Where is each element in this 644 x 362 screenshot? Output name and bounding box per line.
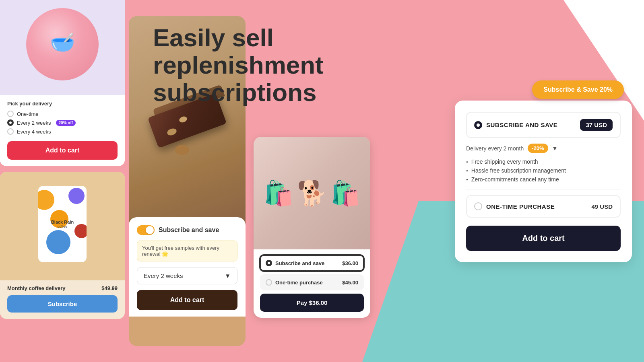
dog-otp-label: One-time purchase bbox=[275, 280, 323, 286]
widget-otp-left: ONE-TIME PURCHASE bbox=[474, 202, 555, 210]
toggle-label: Subscribe and save bbox=[159, 226, 219, 234]
coffee-footer: Monthly coffee delivery $49.99 bbox=[7, 285, 118, 291]
every4weeks-label: Every 4 weeks bbox=[17, 129, 51, 135]
widget-otp-price: 49 USD bbox=[591, 203, 613, 210]
benefits-list: Free shipping every month Hassle free su… bbox=[466, 158, 621, 183]
cereal-image-area: 🥣 bbox=[7, 0, 118, 88]
blob-orange bbox=[38, 190, 54, 210]
choc-add-to-cart-button[interactable]: Add to cart bbox=[137, 290, 237, 310]
coffee-price: $49.99 bbox=[101, 285, 118, 291]
every2weeks-label: Every 2 weeks bbox=[17, 120, 51, 126]
onetime-radio bbox=[7, 111, 14, 117]
coffee-brand: Black Rain bbox=[51, 220, 74, 224]
coffee-bag-shape: Black Rain coffee bbox=[38, 186, 87, 262]
blob-blue bbox=[46, 230, 70, 254]
bowl-emoji: 🥣 bbox=[50, 31, 75, 54]
coffee-title: Monthly coffee delivery bbox=[7, 285, 65, 291]
delivery-label: Pick your delivery bbox=[7, 101, 118, 107]
dog-food-card: 🛍️🐕🛍️ Subscribe and save $36.00 One-time… bbox=[254, 137, 370, 318]
discount-badge: 20% off bbox=[56, 120, 76, 126]
coffee-bag-text: Black Rain coffee bbox=[51, 220, 74, 228]
almond-big bbox=[175, 145, 189, 155]
widget-subscribe-title: SUBSCRIBE AND SAVE bbox=[486, 121, 557, 128]
cereal-card-body: Pick your delivery One-time Every 2 week… bbox=[0, 95, 125, 166]
choc-dropdown-arrow: ▼ bbox=[225, 272, 231, 279]
widget-subscribe-left: SUBSCRIBE AND SAVE bbox=[474, 121, 557, 129]
choc-frequency-label: Every 2 weeks bbox=[144, 272, 183, 279]
dog-pay-button[interactable]: Pay $36.00 bbox=[260, 294, 364, 312]
widget-otp-radio bbox=[474, 202, 482, 210]
benefit-3: Zero-commitments cancel any time bbox=[466, 176, 621, 183]
toggle-row: Subscribe and save bbox=[137, 225, 237, 235]
dog-food-image-area: 🛍️🐕🛍️ bbox=[254, 137, 370, 249]
subscribe-widget: SUBSCRIBE AND SAVE 37 USD Delivery every… bbox=[455, 101, 632, 262]
onetime-option[interactable]: One-time bbox=[7, 111, 118, 117]
every4weeks-option[interactable]: Every 4 weeks bbox=[7, 128, 118, 135]
dog-subscribe-option[interactable]: Subscribe and save $36.00 bbox=[260, 255, 364, 271]
widget-subscribe-price: 37 USD bbox=[580, 119, 613, 131]
coffee-card: Black Rain coffee Monthly coffee deliver… bbox=[0, 172, 125, 319]
cereal-bowl: 🥣 bbox=[26, 8, 99, 80]
delivery-row: Delivery every 2 month -20% ▼ bbox=[466, 144, 621, 153]
coffee-product: coffee bbox=[51, 224, 74, 228]
blob-red bbox=[74, 224, 87, 238]
dog-otp-price: $45.00 bbox=[342, 280, 358, 286]
widget-subscribe-row[interactable]: SUBSCRIBE AND SAVE 37 USD bbox=[466, 112, 621, 138]
every2weeks-option[interactable]: Every 2 weeks 20% off bbox=[7, 119, 118, 126]
left-column: 🥣 Pick your delivery One-time Every 2 we… bbox=[0, 0, 125, 362]
coffee-card-body: Monthly coffee delivery $49.99 Subscribe bbox=[0, 280, 125, 313]
cereal-card: 🥣 Pick your delivery One-time Every 2 we… bbox=[0, 0, 125, 166]
hero-section: Easily sell replenishment subscriptions bbox=[153, 24, 435, 107]
widget-otp-row[interactable]: ONE-TIME PURCHASE 49 USD bbox=[466, 195, 621, 218]
every2weeks-radio bbox=[7, 119, 14, 126]
coffee-image-area: Black Rain coffee bbox=[0, 172, 125, 280]
renewal-badge: You'll get free samples with every renew… bbox=[137, 241, 237, 261]
choc-frequency-dropdown[interactable]: Every 2 weeks ▼ bbox=[137, 267, 237, 284]
widget-divider bbox=[466, 189, 621, 189]
dog-subscribe-radio bbox=[266, 260, 272, 266]
dog-subscribe-label: Subscribe and save bbox=[275, 260, 324, 266]
dog-otp-left: One-time purchase bbox=[266, 279, 323, 286]
subscribe-save-button[interactable]: Subscribe & Save 20% bbox=[532, 80, 624, 99]
coffee-bag: Black Rain coffee bbox=[38, 186, 87, 266]
dog-card-body: Subscribe and save $36.00 One-time purch… bbox=[254, 249, 370, 317]
dog-subscribe-price: $36.00 bbox=[342, 260, 358, 266]
dog-bags-emoji: 🛍️🐕🛍️ bbox=[264, 179, 361, 208]
delivery-text: Delivery every 2 month bbox=[466, 145, 524, 152]
toggle-knob bbox=[146, 226, 154, 234]
coffee-subscribe-button[interactable]: Subscribe bbox=[7, 295, 118, 313]
cereal-add-to-cart-button[interactable]: Add to cart bbox=[7, 141, 118, 160]
every4weeks-radio bbox=[7, 128, 14, 135]
widget-subscribe-radio bbox=[474, 121, 482, 129]
chocolate-card-body: Subscribe and save You'll get free sampl… bbox=[129, 217, 246, 317]
dog-subscribe-left: Subscribe and save bbox=[266, 260, 324, 266]
discount-pill: -20% bbox=[528, 144, 548, 153]
onetime-label: One-time bbox=[17, 111, 38, 117]
widget-otp-title: ONE-TIME PURCHASE bbox=[486, 203, 555, 210]
blob-purple bbox=[68, 188, 85, 204]
delivery-dropdown-arrow[interactable]: ▼ bbox=[552, 145, 558, 152]
benefit-1: Free shipping every month bbox=[466, 158, 621, 165]
dog-otp-option[interactable]: One-time purchase $45.00 bbox=[260, 274, 364, 290]
benefit-2: Hassle free subscription management bbox=[466, 167, 621, 174]
subscribe-toggle[interactable] bbox=[137, 225, 155, 235]
widget-add-to-cart-button[interactable]: Add to cart bbox=[466, 226, 621, 251]
hero-title: Easily sell replenishment subscriptions bbox=[153, 24, 435, 107]
dog-otp-radio bbox=[266, 279, 272, 286]
